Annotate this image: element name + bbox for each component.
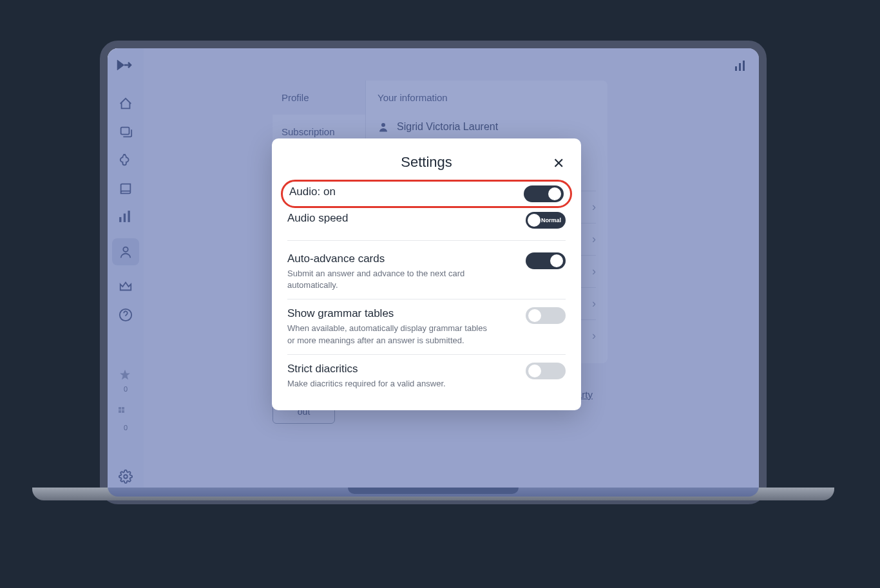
- svg-rect-0: [735, 66, 737, 71]
- grid-icon[interactable]: [119, 407, 133, 421]
- svg-point-13: [124, 475, 128, 479]
- setting-diacritics: Strict diacritics Make diacritics requir…: [287, 355, 566, 397]
- grammar-desc: When available, automatically display gr…: [287, 323, 487, 346]
- sidebar-nav: 0 0: [108, 48, 144, 497]
- chevron-right-icon: ›: [592, 297, 596, 310]
- chevron-right-icon: ›: [592, 265, 596, 278]
- user-icon: [378, 121, 389, 133]
- auto-advance-toggle[interactable]: [526, 252, 566, 269]
- user-name-text: Sigrid Victoria Laurent: [397, 121, 498, 133]
- audio-toggle[interactable]: [524, 185, 564, 202]
- setting-audio-speed: Audio speed Normal: [287, 209, 566, 236]
- svg-rect-6: [128, 211, 129, 222]
- settings-gear-icon[interactable]: [119, 469, 133, 484]
- toggle-knob: [548, 187, 561, 200]
- cards-icon[interactable]: [119, 125, 133, 139]
- audio-speed-label: Audio speed: [287, 212, 526, 225]
- help-icon[interactable]: [119, 308, 133, 322]
- chevron-right-icon: ›: [592, 200, 596, 214]
- auto-advance-desc: Submit an answer and advance to the next…: [287, 268, 487, 291]
- book-icon[interactable]: [119, 182, 133, 196]
- audio-label: Audio: on: [289, 185, 524, 198]
- toggle-knob: [528, 214, 540, 227]
- star-icon[interactable]: [119, 368, 133, 383]
- chevron-right-icon: ›: [592, 232, 596, 246]
- svg-rect-11: [119, 410, 121, 413]
- svg-rect-10: [122, 407, 124, 410]
- settings-modal: Settings ✕ Audio: on Audio speed: [272, 138, 581, 410]
- crown-icon[interactable]: [119, 280, 133, 294]
- brain-icon[interactable]: [119, 153, 133, 167]
- grid-count: 0: [124, 424, 128, 432]
- home-icon[interactable]: [119, 97, 133, 111]
- app-screen: 0 0 Profile Subscription Your informatio…: [108, 48, 759, 497]
- star-count: 0: [124, 385, 128, 393]
- modal-header: Settings ✕: [272, 154, 581, 180]
- grammar-toggle[interactable]: [526, 307, 566, 324]
- svg-rect-5: [124, 214, 126, 222]
- user-row: Sigrid Victoria Laurent: [378, 115, 596, 139]
- modal-body: Audio: on Audio speed Normal: [272, 180, 581, 397]
- laptop-device-frame: 0 0 Profile Subscription Your informatio…: [100, 41, 767, 504]
- chevron-right-icon: ›: [592, 329, 596, 343]
- setting-grammar: Show grammar tables When available, auto…: [287, 299, 566, 354]
- tab-profile[interactable]: Profile: [273, 81, 365, 115]
- toggle-knob: [528, 365, 541, 377]
- stats-icon[interactable]: [734, 60, 746, 74]
- toggle-knob: [528, 309, 541, 322]
- svg-rect-4: [119, 217, 121, 222]
- svg-point-7: [123, 247, 128, 252]
- diacritics-label: Strict diacritics: [287, 363, 526, 375]
- grammar-label: Show grammar tables: [287, 307, 526, 320]
- modal-title: Settings: [287, 154, 566, 171]
- toggle-knob: [550, 254, 563, 267]
- app-logo-icon: [117, 60, 132, 73]
- svg-rect-12: [122, 410, 124, 413]
- section-title-info: Your information: [378, 92, 596, 103]
- laptop-notch: [348, 488, 519, 494]
- auto-advance-label: Auto-advance cards: [287, 252, 526, 265]
- close-icon[interactable]: ✕: [553, 155, 564, 172]
- audio-speed-value: Normal: [541, 217, 561, 223]
- svg-rect-3: [121, 128, 129, 135]
- diacritics-desc: Make diacritics required for a valid ans…: [287, 378, 487, 390]
- chart-icon[interactable]: [119, 210, 133, 224]
- audio-speed-toggle[interactable]: Normal: [526, 212, 566, 229]
- setting-auto-advance: Auto-advance cards Submit an answer and …: [287, 245, 566, 299]
- setting-audio: Audio: on: [281, 180, 572, 208]
- svg-rect-9: [119, 407, 121, 410]
- svg-rect-1: [739, 63, 741, 71]
- profile-icon[interactable]: [112, 238, 139, 265]
- svg-rect-2: [743, 61, 745, 71]
- diacritics-toggle[interactable]: [526, 363, 566, 379]
- svg-point-14: [381, 123, 385, 127]
